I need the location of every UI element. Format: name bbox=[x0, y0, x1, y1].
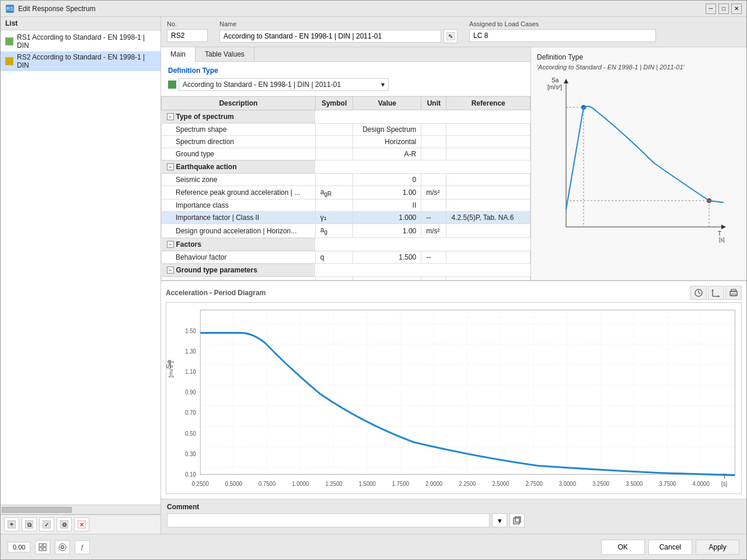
svg-text:✕: ✕ bbox=[79, 522, 84, 528]
svg-text:[s]: [s] bbox=[721, 481, 727, 488]
close-button[interactable]: ✕ bbox=[731, 4, 742, 14]
row-soil-factor: Soil factor | Ground type A-R S 1.000 --… bbox=[162, 276, 530, 280]
ref-design-accel bbox=[446, 224, 530, 237]
config-button[interactable]: ⚙ bbox=[57, 517, 72, 531]
tab-table-values[interactable]: Table Values bbox=[196, 47, 254, 61]
axes-icon bbox=[711, 288, 721, 298]
svg-text:0.7500: 0.7500 bbox=[259, 481, 275, 488]
tab-main[interactable]: Main bbox=[161, 47, 196, 62]
ref-seismic-zone bbox=[446, 174, 530, 186]
ref-soil-factor: 3.2.2.2(1)P, Tab. NA.4 bbox=[446, 276, 530, 280]
col-description: Description bbox=[162, 97, 316, 110]
desc-spectrum-dir: Spectrum direction bbox=[162, 136, 316, 148]
mini-chart-title: Definition Type bbox=[537, 53, 741, 61]
grid-icon bbox=[39, 543, 47, 551]
restore-button[interactable]: □ bbox=[718, 4, 729, 14]
assigned-input[interactable] bbox=[469, 29, 656, 42]
name-input[interactable] bbox=[219, 30, 441, 43]
cancel-button[interactable]: Cancel bbox=[648, 540, 692, 555]
status-settings-btn[interactable] bbox=[55, 540, 70, 554]
list-toolbar: + ⧉ ✓ ⚙ ✕ bbox=[1, 514, 160, 534]
status-grid-btn[interactable] bbox=[35, 540, 50, 554]
add-button[interactable]: + bbox=[4, 517, 19, 531]
no-input[interactable] bbox=[167, 29, 208, 42]
formula-icon: ƒ bbox=[78, 543, 86, 551]
delete-icon: ✕ bbox=[78, 520, 86, 528]
svg-point-75 bbox=[59, 544, 66, 551]
bottom-diagram: Acceleration - Period Diagram bbox=[161, 281, 746, 499]
ref-imp-class bbox=[446, 200, 530, 212]
main-chart-area: 0.10 0.30 0.50 0.70 0.90 1.10 1.30 1.50 … bbox=[166, 302, 742, 494]
mini-chart-subtitle: 'According to Standard - EN 1998-1 | DIN… bbox=[537, 64, 741, 71]
unit-soil-factor: -- bbox=[421, 276, 446, 280]
no-field-group: No. bbox=[167, 20, 208, 42]
copy-button[interactable]: ⧉ bbox=[22, 517, 37, 531]
ok-button[interactable]: OK bbox=[601, 540, 645, 555]
svg-text:0.30: 0.30 bbox=[185, 450, 196, 457]
footer: 0.00 ƒ OK Cancel Apply bbox=[1, 534, 746, 559]
svg-text:RS: RS bbox=[6, 6, 14, 12]
svg-text:1.5000: 1.5000 bbox=[359, 481, 376, 488]
collapse-factors-btn[interactable]: − bbox=[167, 241, 174, 248]
svg-text:1.10: 1.10 bbox=[185, 368, 196, 375]
svg-text:0.50: 0.50 bbox=[185, 430, 196, 437]
collapse-earthquake-btn[interactable]: − bbox=[167, 163, 174, 170]
desc-design-accel: Design ground acceleration | Horizon... bbox=[162, 224, 316, 237]
minimize-button[interactable]: ─ bbox=[706, 4, 716, 14]
sym-spectrum-shape bbox=[315, 124, 353, 136]
svg-text:✎: ✎ bbox=[448, 33, 453, 40]
collapse-ground-btn[interactable]: − bbox=[167, 267, 174, 274]
diagram-clock-btn[interactable] bbox=[690, 286, 707, 300]
comment-input[interactable] bbox=[167, 513, 490, 527]
col-unit: Unit bbox=[421, 97, 446, 110]
desc-seismic-zone: Seismic zone bbox=[162, 174, 316, 186]
rs2-color bbox=[5, 57, 13, 65]
svg-marker-20 bbox=[564, 79, 568, 83]
val-spectrum-dir: Horizontal bbox=[353, 136, 421, 148]
svg-text:ƒ: ƒ bbox=[81, 544, 84, 551]
val-seismic-zone: 0 bbox=[353, 174, 421, 186]
title-bar-left: RS Edit Response Spectrum bbox=[5, 4, 96, 13]
sym-spectrum-dir bbox=[315, 136, 353, 148]
list-item-rs2[interactable]: RS2 According to Standard - EN 1998-1 | … bbox=[1, 51, 160, 71]
status-formula-btn[interactable]: ƒ bbox=[75, 540, 90, 554]
sym-behaviour: q bbox=[315, 251, 353, 263]
sym-imp-class bbox=[315, 200, 353, 212]
apply-button[interactable]: Apply bbox=[696, 540, 739, 555]
sym-design-accel: ag bbox=[315, 224, 353, 237]
diagram-header: Acceleration - Period Diagram bbox=[166, 286, 742, 300]
comment-copy-btn[interactable] bbox=[509, 513, 525, 527]
comment-area: Comment ▾ bbox=[161, 499, 746, 534]
col-value: Value bbox=[353, 97, 421, 110]
add-icon: + bbox=[8, 520, 16, 528]
collapse-spectrum-btn[interactable]: − bbox=[167, 113, 174, 120]
mini-chart-svg: Sa [m/s²] T [s] bbox=[537, 75, 735, 250]
delete-button[interactable]: ✕ bbox=[74, 517, 89, 531]
diagram-tools bbox=[690, 286, 742, 300]
ref-spectrum-dir bbox=[446, 136, 530, 148]
status-bar: 0.00 ƒ bbox=[8, 539, 90, 555]
ref-ground-type bbox=[446, 148, 530, 160]
definition-type-dropdown[interactable]: According to Standard - EN 1998-1 | DIN … bbox=[179, 78, 389, 91]
check-button[interactable]: ✓ bbox=[39, 517, 54, 531]
left-form: Main Table Values Definition Type Accord… bbox=[161, 47, 530, 280]
definition-type-value: According to Standard - EN 1998-1 | DIN … bbox=[183, 80, 341, 89]
val-behaviour: 1.500 bbox=[353, 251, 421, 263]
copy-comment-icon bbox=[513, 516, 521, 524]
diagram-axes-btn[interactable] bbox=[708, 286, 724, 300]
scroll-thumb[interactable] bbox=[2, 507, 72, 513]
val-soil-factor: 1.000 bbox=[353, 276, 421, 280]
ref-imp-factor: 4.2.5(5)P, Tab. NA.6 bbox=[446, 212, 530, 224]
main-window: RS Edit Response Spectrum ─ □ ✕ List RS1… bbox=[0, 0, 747, 560]
comment-dropdown-btn[interactable]: ▾ bbox=[492, 513, 507, 527]
svg-rect-71 bbox=[43, 544, 46, 547]
no-label: No. bbox=[167, 20, 208, 27]
name-edit-button[interactable]: ✎ bbox=[444, 29, 458, 43]
svg-text:T: T bbox=[722, 472, 726, 480]
diagram-print-btn[interactable] bbox=[725, 286, 742, 300]
svg-line-30 bbox=[699, 293, 700, 294]
list-item-rs1[interactable]: RS1 According to Standard - EN 1998-1 | … bbox=[1, 32, 160, 51]
ref-behaviour bbox=[446, 251, 530, 263]
horizontal-scrollbar[interactable] bbox=[1, 505, 160, 514]
val-ref-peak: 1.00 bbox=[353, 186, 421, 200]
